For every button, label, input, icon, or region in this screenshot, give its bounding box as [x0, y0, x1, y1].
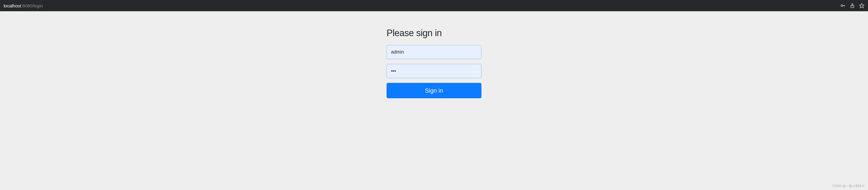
watermark-text: CSDN @一枚小蜗牛H [832, 184, 864, 188]
share-icon[interactable] [849, 3, 855, 8]
svg-marker-5 [860, 4, 864, 8]
page-content: Please sign in Sign in [0, 11, 868, 98]
url-host: localhost [4, 3, 21, 8]
svg-point-0 [841, 5, 843, 6]
signin-button[interactable]: Sign in [386, 83, 482, 98]
star-icon[interactable] [859, 3, 864, 8]
signin-form: Please sign in Sign in [386, 28, 482, 98]
signin-heading: Please sign in [386, 28, 482, 38]
url-display[interactable]: localhost:8080/login [4, 3, 43, 8]
password-input[interactable] [386, 64, 482, 78]
key-icon[interactable] [840, 3, 845, 8]
address-bar-icons [840, 3, 864, 8]
url-path: :8080/login [21, 3, 43, 8]
username-input[interactable] [386, 45, 482, 59]
browser-address-bar: localhost:8080/login [0, 0, 868, 11]
